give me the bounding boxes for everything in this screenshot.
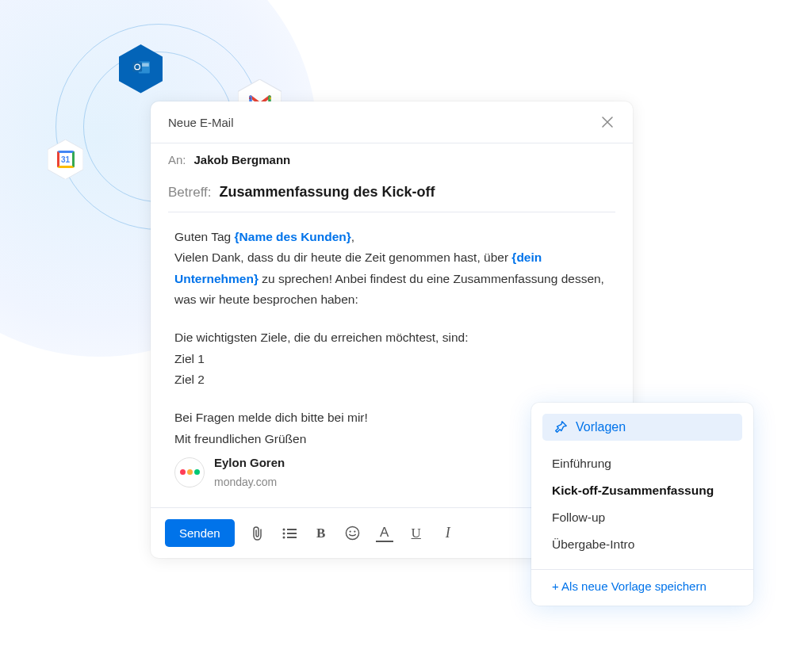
- goal-1: Ziel 1: [174, 349, 609, 369]
- to-label: An:: [168, 153, 186, 166]
- line2-prefix: Vielen Dank, dass du dir heute die Zeit …: [174, 250, 511, 264]
- svg-rect-12: [287, 537, 297, 538]
- monday-logo-icon: [180, 469, 200, 475]
- signature-text: Eylon Goren monday.com: [214, 453, 285, 491]
- svg-rect-10: [287, 533, 297, 534]
- close-button[interactable]: [599, 114, 615, 130]
- outlook-icon: [131, 57, 151, 81]
- attachment-button[interactable]: [249, 525, 266, 542]
- signature-name: Eylon Goren: [214, 453, 285, 473]
- greeting-suffix: ,: [351, 230, 354, 243]
- greeting-prefix: Guten Tag: [174, 230, 235, 243]
- svg-point-15: [354, 531, 355, 533]
- paperclip-icon: [251, 526, 265, 541]
- svg-point-11: [282, 536, 285, 538]
- google-calendar-integration-icon: 31: [48, 140, 83, 179]
- templates-list: Einführung Kick-off-Zusammenfassung Foll…: [531, 444, 753, 564]
- text-color-button[interactable]: A: [376, 525, 393, 542]
- italic-button[interactable]: I: [439, 525, 457, 542]
- template-option-intro[interactable]: Einführung: [531, 450, 753, 477]
- save-as-template-button[interactable]: + Als neue Vorlage speichern: [531, 570, 753, 598]
- subject-field-row[interactable]: Betreff: Zusammenfassung des Kick-off: [168, 176, 615, 212]
- subject-label: Betreff:: [168, 185, 212, 201]
- svg-point-13: [347, 527, 359, 540]
- smiley-icon: [345, 526, 360, 541]
- body-paragraph-1: Guten Tag {Name des Kunden}, Vielen Dank…: [174, 227, 609, 310]
- greeting-line: Guten Tag {Name des Kunden},: [174, 227, 609, 247]
- template-option-followup[interactable]: Follow-up: [531, 504, 753, 531]
- signature-company: monday.com: [214, 473, 285, 492]
- bold-button[interactable]: B: [312, 525, 330, 542]
- to-field-row[interactable]: An: Jakob Bergmann: [151, 143, 633, 176]
- templates-popover: Vorlagen Einführung Kick-off-Zusammenfas…: [531, 403, 753, 606]
- template-option-kickoff[interactable]: Kick-off-Zusammenfassung: [531, 477, 753, 504]
- emoji-button[interactable]: [344, 525, 362, 542]
- send-button[interactable]: Senden: [165, 519, 235, 547]
- pin-icon: [553, 420, 568, 434]
- body-paragraph-2: Die wichtigsten Ziele, die du erreichen …: [174, 327, 609, 390]
- templates-header-label: Vorlagen: [576, 420, 626, 434]
- template-option-handover[interactable]: Übergabe-Intro: [531, 531, 753, 558]
- svg-point-7: [282, 528, 285, 530]
- composer-title: Neue E-Mail: [168, 116, 234, 129]
- goal-2: Ziel 2: [174, 369, 609, 390]
- composer-header: Neue E-Mail: [151, 101, 633, 143]
- svg-rect-3: [132, 63, 142, 72]
- to-recipient: Jakob Bergmann: [194, 153, 291, 166]
- goals-intro-line: Die wichtigsten Ziele, die du erreichen …: [174, 327, 609, 348]
- thanks-line: Vielen Dank, dass du dir heute die Zeit …: [174, 250, 604, 306]
- placeholder-client-name: {Name des Kunden}: [235, 230, 351, 243]
- svg-rect-8: [287, 529, 297, 530]
- calendar-icon: 31: [57, 151, 75, 168]
- close-icon: [601, 116, 614, 128]
- subject-value: Zusammenfassung des Kick-off: [220, 184, 435, 201]
- svg-point-14: [350, 531, 351, 533]
- bullet-list-icon: [282, 528, 297, 539]
- svg-point-9: [282, 532, 285, 534]
- list-button[interactable]: [281, 525, 298, 542]
- outlook-integration-icon: [119, 44, 163, 94]
- avatar: [174, 457, 205, 487]
- underline-button[interactable]: U: [408, 525, 425, 542]
- templates-header-button[interactable]: Vorlagen: [542, 414, 742, 441]
